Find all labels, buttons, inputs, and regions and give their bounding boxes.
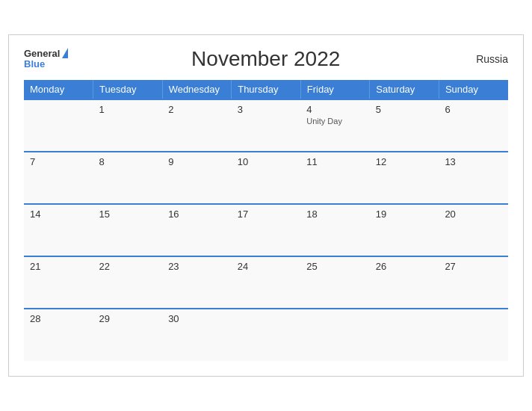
calendar-day-cell: 10: [232, 152, 301, 204]
weekday-header-cell: Friday: [300, 80, 370, 99]
calendar-week-row: 282930: [24, 309, 508, 361]
calendar-day-cell: [439, 309, 508, 361]
logo-general-text: General: [24, 49, 60, 59]
calendar-title: November 2022: [68, 47, 463, 71]
calendar-day-cell: 8: [93, 152, 163, 204]
weekday-header-row: MondayTuesdayWednesdayThursdayFridaySatu…: [24, 80, 508, 99]
calendar-day-cell: 17: [232, 204, 301, 256]
calendar-day-cell: 5: [370, 99, 439, 152]
day-number: 20: [445, 208, 502, 220]
calendar-day-cell: 28: [24, 309, 93, 361]
calendar-day-cell: 12: [370, 152, 439, 204]
calendar-day-cell: [232, 309, 301, 361]
calendar-day-cell: 14: [24, 204, 93, 256]
day-number: 4: [306, 104, 364, 115]
calendar-day-cell: 18: [300, 204, 370, 256]
day-number: 21: [30, 261, 87, 272]
day-number: 3: [238, 104, 295, 115]
day-number: 13: [445, 156, 502, 167]
calendar-day-cell: 26: [370, 256, 439, 309]
day-number: 23: [168, 261, 226, 272]
country-label: Russia: [463, 53, 508, 65]
weekday-header-cell: Thursday: [232, 80, 301, 99]
calendar-day-cell: 1: [93, 99, 163, 152]
calendar-day-cell: 4Unity Day: [300, 99, 370, 152]
day-number: 5: [376, 104, 433, 115]
weekday-header-cell: Sunday: [439, 80, 508, 99]
day-number: 7: [30, 156, 87, 167]
day-number: 2: [168, 104, 226, 115]
calendar-week-row: 78910111213: [24, 152, 508, 204]
day-number: 29: [99, 313, 157, 324]
calendar-day-cell: 29: [93, 309, 163, 361]
calendar-day-cell: 6: [439, 99, 508, 152]
calendar-day-cell: 7: [24, 152, 93, 204]
day-number: 30: [168, 313, 226, 324]
day-number: 28: [30, 313, 87, 324]
day-number: 6: [445, 104, 502, 115]
calendar-day-cell: 16: [162, 204, 232, 256]
logo-triangle-icon: [62, 48, 68, 58]
day-number: 16: [168, 208, 226, 220]
calendar-day-cell: 27: [439, 256, 508, 309]
calendar-day-cell: 3: [232, 99, 301, 152]
calendar-day-cell: 30: [162, 309, 232, 361]
day-number: 17: [238, 208, 295, 220]
calendar-day-cell: 11: [300, 152, 370, 204]
calendar-day-cell: [300, 309, 370, 361]
weekday-header-cell: Tuesday: [93, 80, 163, 99]
weekday-header-cell: Saturday: [370, 80, 439, 99]
day-number: 18: [306, 208, 364, 220]
calendar-table: MondayTuesdayWednesdayThursdayFridaySatu…: [24, 80, 508, 361]
day-number: 19: [376, 208, 433, 220]
weekday-header-cell: Monday: [24, 80, 93, 99]
day-number: 27: [445, 261, 502, 272]
calendar-header: General Blue November 2022 Russia: [24, 47, 508, 71]
calendar-day-cell: 9: [162, 152, 232, 204]
day-number: 9: [168, 156, 226, 167]
calendar-day-cell: 23: [162, 256, 232, 309]
day-number: 1: [99, 104, 157, 115]
calendar-day-cell: 13: [439, 152, 508, 204]
day-number: 10: [238, 156, 295, 167]
calendar-thead: MondayTuesdayWednesdayThursdayFridaySatu…: [24, 80, 508, 99]
day-number: 24: [238, 261, 295, 272]
day-number: 15: [99, 208, 157, 220]
calendar-day-cell: 25: [300, 256, 370, 309]
day-number: 11: [306, 156, 364, 167]
calendar-day-cell: 2: [162, 99, 232, 152]
calendar-week-row: 14151617181920: [24, 204, 508, 256]
day-number: 25: [306, 261, 364, 272]
calendar-day-cell: 21: [24, 256, 93, 309]
calendar-day-cell: 20: [439, 204, 508, 256]
logo: General Blue: [24, 48, 68, 69]
calendar-day-cell: 19: [370, 204, 439, 256]
calendar-day-cell: [24, 99, 93, 152]
calendar-tbody: 1234Unity Day567891011121314151617181920…: [24, 99, 508, 361]
day-number: 22: [99, 261, 157, 272]
calendar-week-row: 1234Unity Day56: [24, 99, 508, 152]
weekday-header-cell: Wednesday: [162, 80, 232, 99]
day-event: Unity Day: [306, 117, 364, 126]
calendar-day-cell: 22: [93, 256, 163, 309]
day-number: 12: [376, 156, 433, 167]
calendar-container: General Blue November 2022 Russia Monday…: [8, 34, 524, 377]
calendar-week-row: 21222324252627: [24, 256, 508, 309]
calendar-day-cell: 24: [232, 256, 301, 309]
day-number: 14: [30, 208, 87, 220]
day-number: 26: [376, 261, 433, 272]
calendar-day-cell: [370, 309, 439, 361]
logo-blue-text: Blue: [24, 59, 68, 69]
calendar-day-cell: 15: [93, 204, 163, 256]
day-number: 8: [99, 156, 157, 167]
